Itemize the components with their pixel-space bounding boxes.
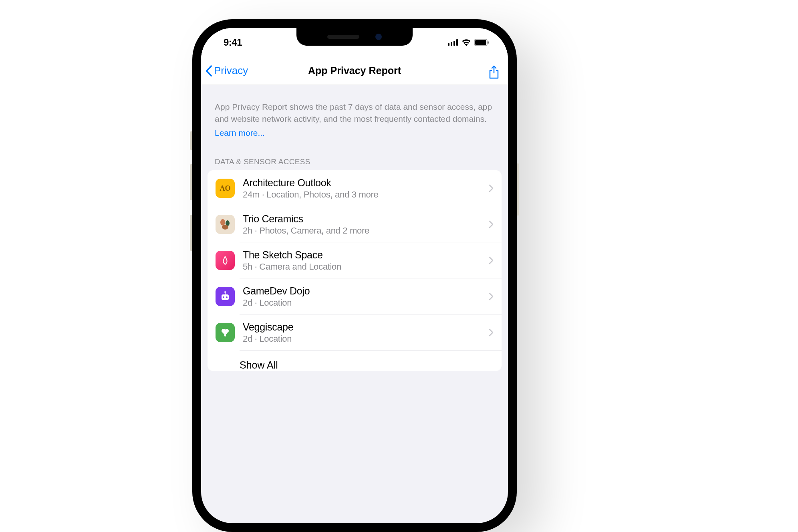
intro-body: App Privacy Report shows the past 7 days… [215, 102, 492, 123]
app-icon-gamedev-dojo [216, 287, 235, 306]
list-item[interactable]: Trio Ceramics 2h · Photos, Camera, and 2… [208, 206, 502, 242]
intro-text: App Privacy Report shows the past 7 days… [201, 85, 508, 147]
status-icons [448, 39, 489, 46]
app-detail: 5h · Camera and Location [243, 262, 486, 272]
row-text: Veggiscape 2d · Location [243, 321, 486, 344]
phone-frame: 9:41 Privacy App Privacy Report App Priv… [192, 19, 517, 532]
svg-rect-1 [451, 42, 452, 46]
content: App Privacy Report shows the past 7 days… [201, 85, 508, 371]
app-detail: 2h · Photos, Camera, and 2 more [243, 226, 486, 236]
speaker-grille [327, 35, 359, 39]
row-text: Trio Ceramics 2h · Photos, Camera, and 2… [243, 213, 486, 236]
phone-screen: 9:41 Privacy App Privacy Report App Priv… [201, 28, 508, 523]
svg-point-10 [222, 225, 228, 230]
svg-rect-5 [475, 40, 486, 45]
svg-point-13 [226, 296, 228, 298]
app-name: The Sketch Space [243, 249, 486, 261]
app-icon-veggiscape [216, 323, 235, 342]
chevron-right-icon [489, 328, 494, 337]
section-header: DATA & SENSOR ACCESS [201, 147, 508, 170]
back-label: Privacy [214, 64, 248, 77]
chevron-right-icon [489, 256, 494, 264]
nav-title: App Privacy Report [308, 65, 401, 77]
svg-rect-0 [448, 43, 449, 46]
volume-down-button[interactable] [190, 215, 192, 251]
svg-point-8 [220, 219, 225, 226]
svg-rect-6 [488, 41, 489, 44]
app-name: Veggiscape [243, 321, 486, 333]
share-button[interactable] [488, 65, 500, 77]
app-name: GameDev Dojo [243, 285, 486, 297]
app-detail: 24m · Location, Photos, and 3 more [243, 189, 486, 200]
side-buttons-left [190, 131, 192, 265]
app-name: Trio Ceramics [243, 213, 486, 225]
side-buttons-right [517, 163, 519, 216]
app-detail: 2d · Location [243, 298, 486, 308]
sketch-icon [220, 255, 231, 266]
row-text: Architecture Outlook 24m · Location, Pho… [243, 177, 486, 200]
chevron-left-icon [205, 65, 213, 77]
broccoli-icon [220, 327, 231, 338]
chevron-right-icon [489, 220, 494, 228]
list-item[interactable]: Veggiscape 2d · Location [208, 314, 502, 351]
volume-up-button[interactable] [190, 164, 192, 200]
chevron-right-icon [489, 292, 494, 300]
app-name: Architecture Outlook [243, 177, 486, 189]
list-item[interactable]: AO Architecture Outlook 24m · Location, … [208, 170, 502, 206]
row-text: The Sketch Space 5h · Camera and Locatio… [243, 249, 486, 272]
robot-icon [219, 290, 231, 302]
app-icon-architecture-outlook: AO [216, 179, 235, 198]
front-camera [375, 34, 382, 40]
list-item[interactable]: The Sketch Space 5h · Camera and Locatio… [208, 242, 502, 278]
svg-point-12 [223, 296, 224, 298]
share-icon [488, 65, 500, 79]
ceramics-icon [218, 218, 232, 231]
cellular-icon [448, 39, 458, 46]
svg-rect-11 [222, 294, 229, 300]
app-list: AO Architecture Outlook 24m · Location, … [208, 170, 502, 371]
svg-rect-3 [456, 39, 458, 46]
app-icon-sketch-space [216, 251, 235, 270]
battery-icon [474, 39, 489, 46]
svg-rect-2 [453, 41, 455, 46]
wifi-icon [461, 39, 471, 46]
status-time: 9:41 [224, 37, 242, 48]
notch [296, 28, 413, 46]
back-button[interactable]: Privacy [205, 64, 248, 77]
learn-more-link[interactable]: Learn more... [215, 127, 265, 139]
svg-point-15 [224, 291, 226, 293]
show-all-button[interactable]: Show All [208, 351, 502, 371]
svg-rect-19 [224, 333, 226, 337]
app-icon-trio-ceramics [216, 215, 235, 234]
list-item[interactable]: GameDev Dojo 2d · Location [208, 278, 502, 314]
power-button[interactable] [517, 163, 519, 216]
row-text: GameDev Dojo 2d · Location [243, 285, 486, 308]
mute-switch[interactable] [190, 131, 192, 150]
chevron-right-icon [489, 184, 494, 192]
nav-bar: Privacy App Privacy Report [201, 57, 508, 85]
app-detail: 2d · Location [243, 334, 486, 344]
